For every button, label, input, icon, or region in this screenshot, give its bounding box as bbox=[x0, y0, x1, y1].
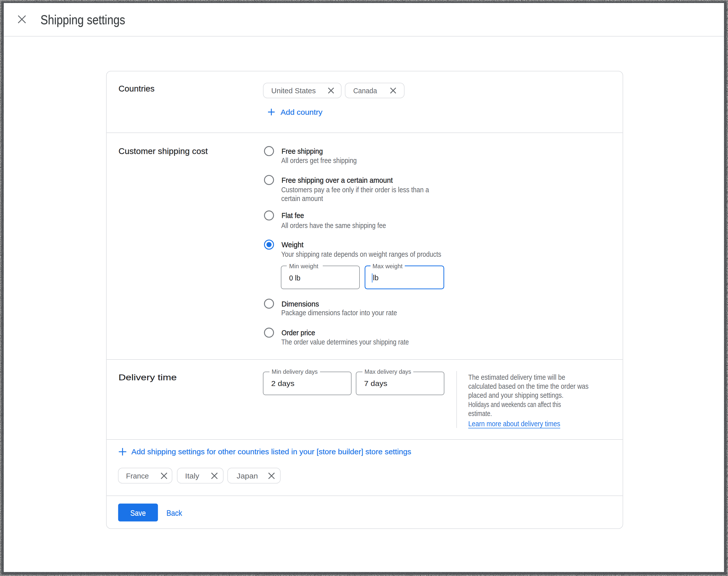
svg-text:All orders have the same shipp: All orders have the same shipping fee bbox=[281, 222, 386, 230]
svg-text:0 lb: 0 lb bbox=[289, 274, 300, 282]
svg-text:Min delivery days: Min delivery days bbox=[272, 369, 318, 375]
svg-text:Back: Back bbox=[167, 509, 182, 518]
svg-text:certain amount: certain amount bbox=[281, 195, 323, 202]
svg-text:Your shipping rate depends on: Your shipping rate depends on weight ran… bbox=[281, 250, 441, 258]
svg-text:calculated based on the time t: calculated based on the time the order w… bbox=[468, 382, 588, 390]
svg-text:placed and your shipping setti: placed and your shipping settings. bbox=[468, 391, 563, 399]
svg-text:Holidays and weekends can affe: Holidays and weekends can affect this bbox=[468, 401, 561, 408]
svg-text:United States: United States bbox=[271, 87, 316, 95]
svg-text:Dimensions: Dimensions bbox=[282, 300, 319, 308]
svg-text:Weight: Weight bbox=[282, 240, 304, 249]
svg-text:Free shipping over a certain a: Free shipping over a certain amount bbox=[282, 176, 393, 184]
svg-text:Canada: Canada bbox=[353, 87, 377, 95]
svg-text:France: France bbox=[126, 472, 149, 480]
svg-text:Order price: Order price bbox=[282, 328, 315, 337]
svg-text:Customers pay a fee only if th: Customers pay a fee only if their order … bbox=[281, 186, 429, 194]
svg-text:2 days: 2 days bbox=[271, 379, 294, 387]
svg-text:Add shipping settings for othe: Add shipping settings for other countrie… bbox=[132, 448, 411, 456]
svg-text:Max delivery days: Max delivery days bbox=[365, 369, 411, 375]
svg-text:Add country: Add country bbox=[281, 108, 322, 116]
svg-text:Japan: Japan bbox=[237, 472, 258, 480]
svg-text:Delivery time: Delivery time bbox=[118, 373, 177, 382]
svg-text:estimate.: estimate. bbox=[468, 409, 492, 417]
svg-text:Save: Save bbox=[130, 509, 146, 518]
svg-text:Free shipping: Free shipping bbox=[282, 147, 323, 155]
svg-text:Countries: Countries bbox=[118, 84, 154, 93]
svg-text:Flat fee: Flat fee bbox=[282, 211, 304, 220]
svg-text:7 days: 7 days bbox=[364, 379, 387, 387]
svg-text:Italy: Italy bbox=[185, 472, 199, 480]
svg-text:Shipping settings: Shipping settings bbox=[40, 12, 125, 27]
svg-text:Learn more about delivery time: Learn more about delivery times bbox=[468, 420, 560, 428]
svg-text:Min weight: Min weight bbox=[289, 263, 319, 269]
svg-text:The estimated delivery time wi: The estimated delivery time will be bbox=[468, 373, 565, 381]
svg-text:All orders get free shipping: All orders get free shipping bbox=[281, 156, 357, 165]
svg-text:The order value determines you: The order value determines your shipping… bbox=[281, 338, 409, 346]
svg-text:Package dimensions factor into: Package dimensions factor into your rate bbox=[281, 309, 397, 317]
svg-text:Customer shipping cost: Customer shipping cost bbox=[118, 146, 208, 156]
svg-text:Max weight: Max weight bbox=[373, 263, 403, 269]
svg-text:lb: lb bbox=[373, 274, 379, 282]
